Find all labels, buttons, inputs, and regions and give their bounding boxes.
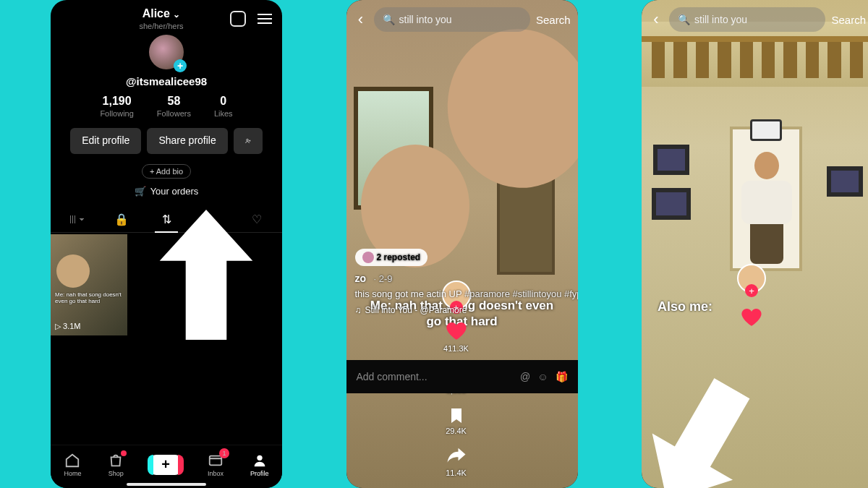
thumbnail-views: ▷ 3.1M xyxy=(55,322,81,331)
grid-icon: ⫼▾ xyxy=(67,213,85,225)
author-name[interactable]: zo xyxy=(355,273,367,284)
bookmark-icon xyxy=(448,405,465,425)
tab-private[interactable]: 🔒 xyxy=(98,207,143,232)
video-meta: 2 reposted zo · 2-9 this song got me act… xyxy=(355,249,578,315)
tutorial-arrow-icon xyxy=(159,210,253,340)
emoji-icon[interactable]: ☺ xyxy=(537,371,548,382)
avatar[interactable]: + xyxy=(149,35,184,69)
nav-shop[interactable]: Shop xyxy=(108,453,124,477)
inbox-icon: 1 xyxy=(208,453,224,468)
sound-link[interactable]: ♫ Still into You - @Paramore xyxy=(355,305,578,315)
nav-create[interactable]: + xyxy=(150,455,181,475)
nav-home[interactable]: Home xyxy=(64,453,81,477)
stat-following[interactable]: 1,190 Following xyxy=(100,95,133,118)
creator-avatar[interactable]: + xyxy=(737,264,766,293)
stat-followers[interactable]: 58 Followers xyxy=(157,95,191,118)
search-input[interactable]: 🔍 still into you xyxy=(374,7,530,32)
profile-name[interactable]: Alice ⌄ xyxy=(139,7,183,20)
profile-pronouns: she/her/hers xyxy=(139,22,183,30)
share-button[interactable]: 11.4K xyxy=(445,445,468,477)
tab-feed[interactable]: ⫼▾ xyxy=(54,207,98,232)
video-description[interactable]: this song got me actin UP #paramore #sti… xyxy=(355,288,578,301)
repost-chip[interactable]: 2 reposted xyxy=(355,249,428,266)
action-rail: + xyxy=(642,264,867,329)
add-friend-button[interactable] xyxy=(234,128,263,154)
username[interactable]: @itsmealicee98 xyxy=(51,75,282,87)
search-button[interactable]: Search xyxy=(536,14,571,26)
add-bio-button[interactable]: + Add bio xyxy=(142,164,191,179)
share-icon xyxy=(445,445,468,467)
share-sheet-screen: ‹ 🔍 still into you Search Also me: + Sen… xyxy=(642,0,868,488)
back-button[interactable]: ‹ xyxy=(649,10,663,29)
svg-point-2 xyxy=(257,455,262,460)
back-button[interactable]: ‹ xyxy=(354,10,368,29)
heart-icon xyxy=(445,320,468,343)
share-profile-button[interactable]: Share profile xyxy=(147,128,227,154)
search-icon: 🔍 xyxy=(678,14,690,25)
edit-profile-button[interactable]: Edit profile xyxy=(70,128,141,154)
your-orders-link[interactable]: 🛒 Your orders xyxy=(51,186,282,197)
save-button[interactable]: 29.4K xyxy=(446,405,467,435)
post-date: · 2-9 xyxy=(374,273,393,284)
nav-profile[interactable]: Profile xyxy=(250,453,269,477)
home-icon xyxy=(64,453,80,468)
mention-icon[interactable]: @ xyxy=(520,371,530,382)
add-avatar-icon[interactable]: + xyxy=(174,59,187,72)
follow-plus-icon[interactable]: + xyxy=(745,284,758,297)
cart-icon: 🛒 xyxy=(135,186,146,197)
search-icon: 🔍 xyxy=(383,14,395,25)
video-screen: ‹ 🔍 still into you Search Me: nah that s… xyxy=(346,0,578,488)
thumbnail-caption: Me: nah that song doesn't even go that h… xyxy=(55,292,123,305)
person-plus-icon xyxy=(245,134,251,147)
shop-icon xyxy=(108,453,124,468)
footprint-icon[interactable] xyxy=(230,11,246,27)
svg-point-0 xyxy=(246,139,248,141)
lock-icon: 🔒 xyxy=(114,213,129,226)
profile-screen: Alice ⌄ she/her/hers + @itsmealicee98 1,… xyxy=(51,0,282,488)
like-button[interactable]: 411.3K xyxy=(443,320,469,353)
search-input[interactable]: 🔍 still into you xyxy=(669,7,825,32)
nav-inbox[interactable]: 1 Inbox xyxy=(208,453,224,477)
svg-rect-1 xyxy=(210,455,222,465)
comment-input[interactable]: Add comment... @ ☺ 🎁 xyxy=(346,360,578,393)
bottom-nav: Home Shop + 1 Inbox Profile xyxy=(51,445,282,488)
home-indicator xyxy=(127,483,206,486)
video-thumbnail[interactable]: Me: nah that song doesn't even go that h… xyxy=(51,234,127,335)
profile-icon xyxy=(252,453,268,468)
stats-row: 1,190 Following 58 Followers 0 Likes xyxy=(51,95,282,118)
music-note-icon: ♫ xyxy=(355,305,362,315)
stat-likes[interactable]: 0 Likes xyxy=(214,95,233,118)
menu-icon[interactable] xyxy=(258,14,272,24)
create-icon: + xyxy=(150,455,181,475)
search-button[interactable]: Search xyxy=(831,14,866,26)
gift-icon[interactable]: 🎁 xyxy=(556,371,568,382)
heart-icon[interactable] xyxy=(740,306,763,329)
